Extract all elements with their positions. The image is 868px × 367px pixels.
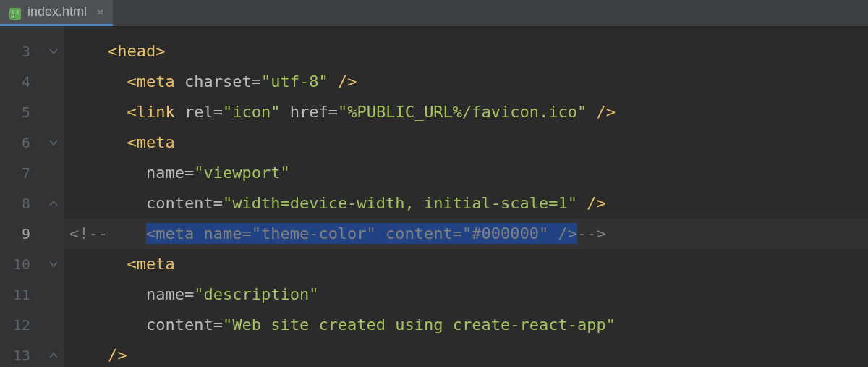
code-token: < — [127, 103, 136, 121]
fold-gutter[interactable] — [43, 26, 64, 367]
line-number[interactable]: 3 — [0, 36, 30, 67]
code-token: = — [213, 103, 223, 121]
code-line[interactable]: <meta — [64, 127, 868, 158]
code-token: = — [184, 164, 194, 182]
code-token: < — [108, 42, 117, 60]
code-token: charset — [184, 72, 252, 90]
code-token: <!-- — [69, 224, 108, 242]
fold-marker[interactable] — [43, 188, 64, 219]
code-token: < — [127, 255, 136, 273]
line-number[interactable]: 6 — [0, 127, 30, 158]
tab-bar: H index.html × — [0, 0, 868, 26]
code-token: meta — [137, 133, 175, 151]
code-token — [108, 224, 146, 242]
tab-active[interactable]: H index.html × — [0, 0, 113, 26]
tab-filename: index.html — [27, 4, 87, 20]
code-token: "Web site created using create-react-app… — [223, 316, 616, 334]
code-token: /> — [108, 346, 127, 364]
code-line[interactable]: content="width=device-width, initial-sca… — [64, 188, 868, 219]
code-token: /> — [338, 72, 357, 90]
code-token: rel — [184, 103, 213, 121]
code-token: name — [146, 285, 184, 303]
line-number[interactable]: 12 — [0, 310, 30, 340]
line-number[interactable]: 11 — [0, 279, 30, 310]
code-token: content — [146, 194, 213, 212]
code-line[interactable]: <!-- <meta name="theme-color" content="#… — [64, 219, 868, 249]
code-token: "icon" — [223, 103, 290, 121]
fold-marker — [43, 158, 64, 188]
code-token: "viewport" — [194, 164, 289, 182]
editor: 345678910111213 <head> <meta charset="ut… — [0, 26, 868, 367]
code-token: < — [127, 72, 136, 90]
code-area[interactable]: <head> <meta charset="utf-8" /> <link re… — [64, 26, 868, 367]
code-line[interactable]: <link rel="icon" href="%PUBLIC_URL%/favi… — [64, 97, 868, 127]
code-token: content — [146, 316, 213, 334]
line-number[interactable]: 5 — [0, 97, 30, 127]
line-number[interactable]: 7 — [0, 158, 30, 188]
code-token: "%PUBLIC_URL%/favicon.ico" — [338, 103, 597, 121]
code-token: "utf-8" — [261, 72, 338, 90]
html-file-icon: H — [9, 6, 22, 19]
code-token: = — [213, 194, 223, 212]
close-icon[interactable]: × — [97, 5, 104, 19]
code-line[interactable]: /> — [64, 340, 868, 367]
line-number[interactable]: 13 — [0, 340, 30, 367]
fold-marker — [43, 97, 64, 127]
code-token: /> — [587, 194, 606, 212]
code-token: = — [213, 316, 223, 334]
fold-marker[interactable] — [43, 36, 64, 67]
line-number-gutter[interactable]: 345678910111213 — [0, 26, 43, 367]
code-token: = — [328, 103, 338, 121]
code-line[interactable]: name="viewport" — [64, 158, 868, 188]
line-number[interactable]: 10 — [0, 249, 30, 279]
code-token: "description" — [194, 285, 318, 303]
code-line[interactable]: <meta — [64, 249, 868, 279]
code-token: --> — [577, 224, 606, 242]
code-token: <meta name="theme-color" content="#00000… — [146, 223, 577, 244]
fold-marker[interactable] — [43, 340, 64, 367]
code-line[interactable]: name="description" — [64, 279, 868, 310]
line-number[interactable]: 4 — [0, 67, 30, 97]
fold-marker[interactable] — [43, 127, 64, 158]
line-number[interactable]: 9 — [0, 219, 30, 249]
code-line[interactable]: <meta charset="utf-8" /> — [64, 67, 868, 97]
code-token: href — [290, 103, 328, 121]
line-number[interactable]: 8 — [0, 188, 30, 219]
fold-marker — [43, 219, 64, 249]
code-token: /> — [597, 103, 616, 121]
code-token: head — [117, 42, 156, 60]
code-token: = — [252, 72, 261, 90]
code-token: link — [137, 103, 184, 121]
code-line[interactable]: <head> — [64, 36, 868, 67]
code-token: > — [156, 42, 165, 60]
fold-marker — [43, 279, 64, 310]
svg-text:H: H — [11, 14, 14, 19]
code-line[interactable]: content="Web site created using create-r… — [64, 310, 868, 340]
code-token: meta — [137, 72, 184, 90]
code-token: name — [146, 164, 184, 182]
code-token: "width=device-width, initial-scale=1" — [223, 194, 587, 212]
fold-marker — [43, 67, 64, 97]
code-token: meta — [137, 255, 175, 273]
fold-marker[interactable] — [43, 249, 64, 279]
code-token: < — [127, 133, 136, 151]
code-token: = — [184, 285, 194, 303]
fold-marker — [43, 310, 64, 340]
